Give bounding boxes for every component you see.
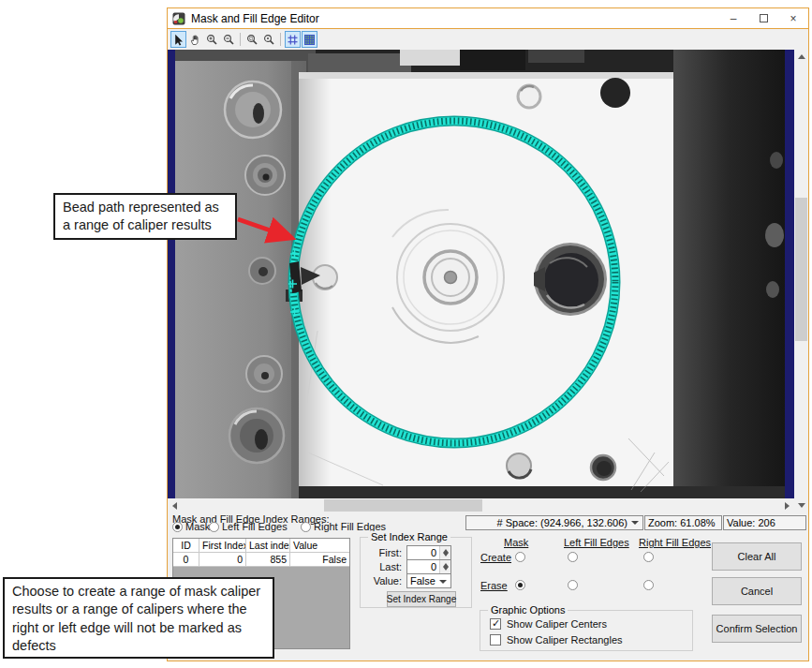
- radio-create-mask[interactable]: [515, 552, 525, 562]
- chevron-down-icon: [631, 521, 639, 525]
- cell-id: 0: [173, 553, 199, 566]
- cell-value: False: [290, 553, 349, 566]
- zoom-in-button[interactable]: [204, 31, 220, 48]
- scroll-right-icon[interactable]: [785, 502, 790, 510]
- zoom-readout-text: Zoom: 61.08%: [648, 517, 716, 528]
- mode-column-mask: Mask: [504, 537, 528, 549]
- first-label: First:: [379, 547, 402, 559]
- scroll-up-icon[interactable]: [798, 54, 805, 59]
- radio-create-left-fill-edges[interactable]: [568, 552, 578, 562]
- spin-down-icon[interactable]: [443, 567, 449, 571]
- show-caliper-rectangles-label[interactable]: Show Caliper Rectangles: [507, 634, 623, 646]
- cell-last-index: 855: [246, 553, 290, 566]
- spin-down-icon[interactable]: [443, 553, 449, 557]
- camera-image[interactable]: [168, 50, 794, 498]
- grid-lines-button[interactable]: [285, 31, 301, 48]
- table-header: ID First Index Last index Value: [173, 539, 349, 553]
- select-tool-button[interactable]: [170, 31, 186, 48]
- radio-mask-label[interactable]: Mask: [185, 521, 210, 533]
- vertical-scrollbar[interactable]: [794, 50, 808, 512]
- value-readout: Value: 206: [723, 515, 806, 530]
- maximize-button[interactable]: [748, 8, 778, 28]
- mode-column-right-fill-edges: Right Fill Edges: [639, 537, 711, 549]
- zoom-readout: Zoom: 61.08%: [644, 515, 722, 530]
- horizontal-scrollbar[interactable]: [168, 498, 794, 512]
- set-index-range-group: Set Index Range First: 0 Last: 0 Value: …: [360, 537, 472, 608]
- pan-tool-button[interactable]: [187, 31, 203, 48]
- value-readout-text: Value: 206: [727, 517, 775, 528]
- vertical-scroll-thumb[interactable]: [795, 198, 807, 341]
- space-readout-text: # Space: (924.966, 132.606): [497, 517, 627, 528]
- value-dropdown-selected: False: [410, 575, 436, 586]
- confirm-selection-button[interactable]: Confirm Selection: [712, 615, 802, 643]
- value-dropdown[interactable]: False: [406, 573, 451, 588]
- zoom-actual-icon: [263, 34, 275, 46]
- titlebar: Mask and Fill Edge Editor – ×: [168, 8, 808, 29]
- cell-first-index: 0: [199, 553, 246, 566]
- value-label: Value:: [374, 575, 402, 587]
- app-icon: [172, 12, 185, 25]
- radio-right-fill-edges[interactable]: [301, 522, 311, 532]
- chevron-down-icon: [439, 580, 447, 584]
- zoom-actual-button[interactable]: [261, 31, 277, 48]
- grid-lines-icon: [287, 34, 299, 46]
- radio-erase-mask[interactable]: [515, 580, 525, 590]
- spinner-buttons[interactable]: [439, 546, 450, 559]
- show-caliper-rectangles-checkbox[interactable]: [490, 634, 501, 646]
- horizontal-scroll-thumb[interactable]: [324, 499, 482, 512]
- last-label: Last:: [379, 561, 402, 573]
- last-index-spinner[interactable]: 0: [406, 559, 451, 574]
- grid-fill-icon: [303, 34, 316, 46]
- mode-row-create-label: Create: [480, 552, 511, 564]
- zoom-region-icon: [246, 34, 258, 46]
- annotation-arrow: [232, 210, 307, 249]
- show-caliper-centers-checkbox[interactable]: [490, 618, 501, 630]
- first-index-value: 0: [431, 547, 436, 558]
- column-header-id: ID: [173, 539, 199, 552]
- column-header-last-index: Last index: [246, 539, 290, 552]
- close-button[interactable]: ×: [778, 8, 808, 28]
- cursor-icon: [172, 34, 185, 46]
- image-viewer: [168, 50, 808, 512]
- radio-create-right-fill-edges[interactable]: [643, 552, 654, 562]
- minimize-button[interactable]: –: [718, 8, 748, 28]
- radio-erase-right-fill-edges[interactable]: [643, 580, 654, 590]
- maximize-icon: [760, 14, 768, 22]
- mode-row-erase-label: Erase: [480, 580, 508, 592]
- radio-left-fill-edges[interactable]: [209, 522, 219, 532]
- zoom-in-icon: [206, 34, 218, 46]
- radio-mask[interactable]: [172, 522, 183, 532]
- graphic-options-group: Graphic Options Show Caliper Centers Sho…: [480, 610, 693, 651]
- show-caliper-centers-label[interactable]: Show Caliper Centers: [507, 618, 607, 631]
- space-readout[interactable]: # Space: (924.966, 132.606): [465, 515, 643, 530]
- cancel-button[interactable]: Cancel: [712, 577, 802, 605]
- table-row[interactable]: 0 0 855 False: [173, 553, 349, 567]
- last-index-value: 0: [431, 561, 436, 572]
- toolbar-separator: [240, 33, 241, 46]
- toolbar: [168, 29, 808, 50]
- column-header-first-index: First Index: [199, 539, 246, 552]
- zoom-out-icon: [223, 34, 235, 46]
- radio-left-fill-edges-label[interactable]: Left Fill Edges: [222, 521, 288, 533]
- bead-path-callout: Bead path represented as a range of cali…: [53, 193, 237, 240]
- graphic-options-group-label: Graphic Options: [488, 604, 568, 616]
- toolbar-separator: [280, 33, 281, 46]
- clear-all-button[interactable]: Clear All: [712, 542, 802, 571]
- scroll-left-icon[interactable]: [172, 502, 177, 510]
- scroll-down-icon[interactable]: [798, 503, 805, 508]
- column-header-value: Value: [290, 539, 349, 552]
- window-title: Mask and Fill Edge Editor: [191, 12, 319, 25]
- choose-mode-callout: Choose to create a range of mask caliper…: [3, 577, 274, 659]
- mask-fill-edge-editor-window: Mask and Fill Edge Editor – ×: [167, 7, 809, 661]
- mode-column-left-fill-edges: Left Fill Edges: [564, 537, 629, 549]
- grid-fill-button[interactable]: [302, 31, 317, 48]
- radio-erase-left-fill-edges[interactable]: [568, 580, 578, 590]
- first-index-spinner[interactable]: 0: [406, 545, 451, 560]
- set-index-range-button[interactable]: Set Index Range: [387, 591, 456, 607]
- zoom-out-button[interactable]: [221, 31, 237, 48]
- set-index-range-group-label: Set Index Range: [368, 531, 450, 543]
- zoom-region-button[interactable]: [244, 31, 260, 48]
- spinner-buttons[interactable]: [439, 560, 450, 573]
- hand-icon: [189, 34, 201, 46]
